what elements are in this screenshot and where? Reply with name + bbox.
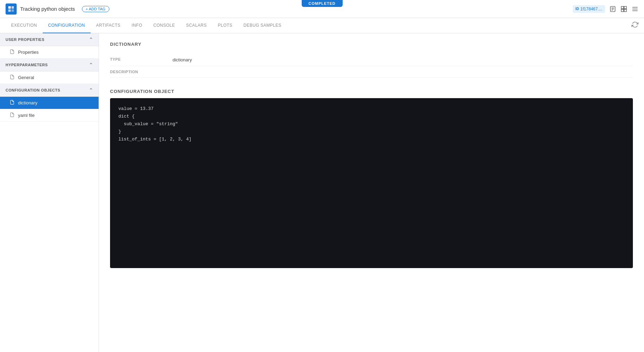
top-right-actions: ID 1f178467.... bbox=[573, 5, 638, 13]
menu-icon-button[interactable] bbox=[632, 6, 638, 12]
sidebar-item-dictionary[interactable]: dictionary bbox=[0, 97, 99, 109]
code-line-4: } bbox=[118, 128, 625, 136]
app-logo bbox=[6, 3, 17, 15]
notes-icon-button[interactable] bbox=[609, 6, 616, 12]
svg-rect-9 bbox=[624, 6, 627, 9]
meta-table: TYPE dictionary DESCRIPTION bbox=[110, 54, 633, 78]
chevron-up-icon: ⌃ bbox=[89, 37, 93, 42]
task-id-badge: ID 1f178467.... bbox=[573, 5, 605, 13]
tab-configuration[interactable]: CONFIGURATION bbox=[43, 18, 91, 33]
type-row: TYPE dictionary bbox=[110, 54, 633, 66]
tab-scalars[interactable]: SCALARS bbox=[181, 18, 212, 33]
svg-rect-3 bbox=[11, 9, 14, 12]
id-label: ID bbox=[576, 7, 579, 11]
svg-rect-0 bbox=[8, 6, 11, 9]
tab-console[interactable]: CONSOLE bbox=[148, 18, 181, 33]
sidebar-section-user-properties[interactable]: USER PROPERTIES ⌃ bbox=[0, 33, 99, 46]
code-block: value = 13.37dict { sub_value = "string"… bbox=[110, 98, 633, 268]
sidebar-item-dictionary-label: dictionary bbox=[18, 100, 37, 105]
sidebar-item-yaml-file[interactable]: yaml file bbox=[0, 109, 99, 122]
svg-rect-11 bbox=[624, 9, 627, 11]
tab-plots[interactable]: PLOTS bbox=[212, 18, 238, 33]
svg-rect-1 bbox=[11, 6, 14, 9]
file-icon-3 bbox=[10, 100, 15, 106]
sidebar: USER PROPERTIES ⌃ Properties HYPERPARAME… bbox=[0, 33, 99, 352]
type-value: dictionary bbox=[173, 54, 633, 66]
sidebar-item-properties[interactable]: Properties bbox=[0, 46, 99, 59]
refresh-button[interactable] bbox=[632, 21, 638, 30]
description-value bbox=[173, 66, 633, 78]
sidebar-item-yaml-label: yaml file bbox=[18, 113, 35, 118]
file-icon-4 bbox=[10, 112, 15, 118]
tab-info[interactable]: INFO bbox=[126, 18, 148, 33]
description-label: DESCRIPTION bbox=[110, 66, 173, 78]
config-object-title: CONFIGURATION OBJECT bbox=[110, 89, 633, 94]
chevron-up-icon-2: ⌃ bbox=[89, 62, 93, 68]
svg-rect-10 bbox=[621, 9, 624, 11]
code-line-1: value = 13.37 bbox=[118, 105, 625, 113]
svg-rect-8 bbox=[621, 6, 624, 9]
sidebar-item-properties-label: Properties bbox=[18, 50, 39, 55]
description-row: DESCRIPTION bbox=[110, 66, 633, 78]
chevron-up-icon-3: ⌃ bbox=[89, 87, 93, 93]
tab-execution[interactable]: EXECUTION bbox=[6, 18, 43, 33]
tab-artifacts[interactable]: ARTIFACTS bbox=[91, 18, 126, 33]
sidebar-section-hyperparameters[interactable]: HYPERPARAMETERS ⌃ bbox=[0, 59, 99, 71]
sidebar-section-config-objects[interactable]: CONFIGURATION OBJECTS ⌃ bbox=[0, 84, 99, 97]
id-value: 1f178467.... bbox=[580, 7, 602, 11]
tabs-bar: EXECUTION CONFIGURATION ARTIFACTS INFO C… bbox=[0, 18, 644, 33]
svg-rect-2 bbox=[8, 9, 11, 12]
file-icon bbox=[10, 49, 15, 55]
main-layout: USER PROPERTIES ⌃ Properties HYPERPARAME… bbox=[0, 33, 644, 352]
file-icon-2 bbox=[10, 75, 15, 80]
add-tag-button[interactable]: + ADD TAG bbox=[82, 6, 109, 12]
top-bar: Tracking python objects + ADD TAG COMPLE… bbox=[0, 0, 644, 18]
code-line-3: sub_value = "string" bbox=[118, 120, 625, 128]
dictionary-section-title: DICTIONARY bbox=[110, 42, 633, 47]
completed-badge: COMPLETED bbox=[301, 0, 342, 7]
sidebar-item-general-label: General bbox=[18, 75, 34, 80]
content-area: DICTIONARY TYPE dictionary DESCRIPTION C… bbox=[99, 33, 644, 352]
layout-icon-button[interactable] bbox=[620, 6, 627, 12]
app-title: Tracking python objects bbox=[20, 6, 75, 12]
sidebar-item-general[interactable]: General bbox=[0, 71, 99, 84]
tab-debug-samples[interactable]: DEBUG SAMPLES bbox=[238, 18, 287, 33]
logo-area: Tracking python objects + ADD TAG bbox=[6, 3, 109, 15]
code-line-5: list_of_ints = [1, 2, 3, 4] bbox=[118, 136, 625, 143]
type-label: TYPE bbox=[110, 54, 173, 66]
code-line-2: dict { bbox=[118, 113, 625, 120]
